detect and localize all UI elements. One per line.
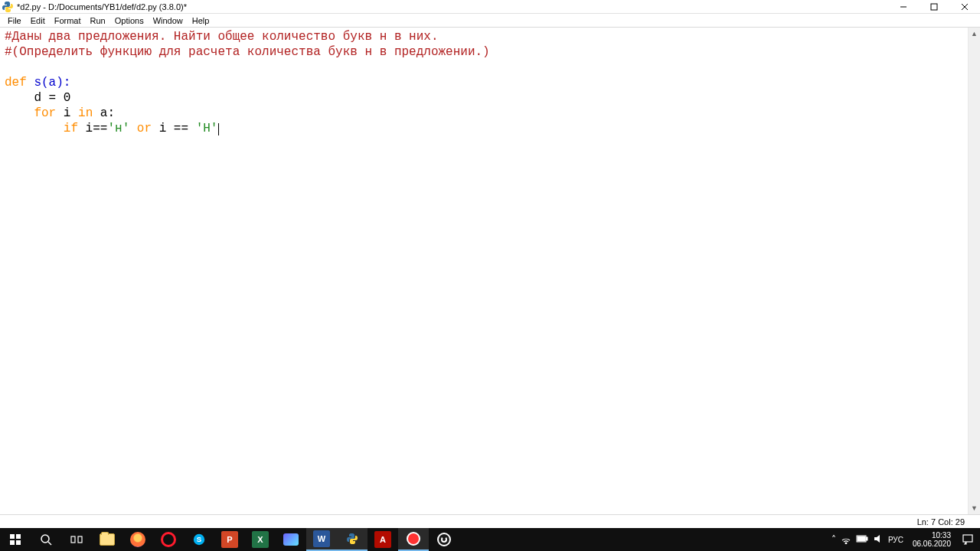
folder-icon	[100, 533, 115, 546]
taskbar-app-word[interactable]: W	[306, 528, 337, 551]
input-language[interactable]: РУС	[888, 536, 903, 544]
taskbar-app-acrobat[interactable]: A	[368, 528, 398, 551]
svg-rect-6	[71, 536, 75, 543]
menu-file[interactable]: File	[3, 14, 26, 27]
python-icon	[345, 531, 360, 546]
idle-app-icon	[2, 1, 14, 13]
taskbar-app-opera[interactable]	[153, 528, 184, 551]
taskbar-app-excel[interactable]: X	[245, 528, 276, 551]
powerpoint-icon: P	[221, 531, 238, 548]
taskbar-app-obs[interactable]	[429, 528, 459, 551]
taskbar-app-firefox[interactable]	[122, 528, 153, 551]
taskbar-app-powerpoint[interactable]: P	[214, 528, 245, 551]
svg-rect-2	[16, 534, 21, 539]
code-line-1: #Даны два предложения. Найти общее колич…	[5, 30, 439, 44]
taskbar-app-idle[interactable]	[337, 528, 368, 551]
paint-icon	[283, 533, 299, 546]
action-center-button[interactable]	[956, 528, 980, 551]
excel-icon: X	[252, 531, 269, 548]
code-line-2: #(Определить функцию для расчета количес…	[5, 45, 490, 59]
menu-window[interactable]: Window	[149, 14, 188, 27]
obs-icon	[437, 533, 451, 546]
vertical-scrollbar[interactable]: ▲ ▼	[968, 28, 980, 514]
chevron-up-icon[interactable]: ˄	[831, 534, 836, 545]
maximize-button[interactable]	[919, 0, 949, 14]
taskbar-app-paint[interactable]	[276, 528, 306, 551]
svg-rect-7	[78, 536, 82, 543]
window-title: *d2.py - D:/Documents/YB1/def/d2.py (3.8…	[17, 2, 187, 11]
opera-icon	[161, 532, 176, 547]
start-button[interactable]	[0, 528, 31, 551]
scroll-down-icon[interactable]: ▼	[969, 502, 981, 514]
acrobat-icon: A	[374, 531, 391, 548]
clock-time: 10:33	[932, 531, 951, 540]
menu-run[interactable]: Run	[86, 14, 110, 27]
svg-point-10	[845, 543, 847, 544]
search-button[interactable]	[31, 528, 61, 551]
scroll-up-icon[interactable]: ▲	[969, 28, 981, 40]
titlebar: *d2.py - D:/Documents/YB1/def/d2.py (3.8…	[0, 0, 980, 14]
skype-icon: S	[193, 533, 205, 546]
record-icon	[407, 532, 420, 546]
close-button[interactable]	[949, 0, 980, 14]
system-tray[interactable]: ˄ РУС	[827, 528, 908, 551]
taskbar-app-skype[interactable]: S	[184, 528, 214, 551]
firefox-icon	[130, 532, 145, 547]
svg-text:S: S	[197, 535, 202, 543]
statusbar: Ln: 7 Col: 29	[0, 514, 980, 528]
svg-rect-13	[858, 536, 865, 541]
svg-rect-1	[10, 534, 15, 539]
volume-icon[interactable]	[873, 533, 884, 546]
taskbar-app-recorder[interactable]	[398, 528, 429, 551]
menubar: File Edit Format Run Options Window Help	[0, 14, 980, 28]
svg-rect-12	[866, 537, 867, 540]
minimize-button[interactable]	[888, 0, 919, 14]
battery-icon[interactable]	[856, 534, 868, 545]
word-icon: W	[313, 530, 330, 547]
taskbar-app-explorer[interactable]	[92, 528, 122, 551]
clock-date: 06.06.2020	[913, 540, 951, 548]
menu-help[interactable]: Help	[188, 14, 214, 27]
svg-rect-0	[931, 4, 937, 10]
task-view-button[interactable]	[61, 528, 92, 551]
svg-point-5	[41, 535, 49, 543]
svg-rect-4	[16, 540, 21, 545]
menu-options[interactable]: Options	[110, 14, 149, 27]
text-cursor	[218, 123, 219, 135]
menu-edit[interactable]: Edit	[26, 14, 50, 27]
menu-format[interactable]: Format	[50, 14, 86, 27]
code-content[interactable]: #Даны два предложения. Найти общее колич…	[5, 29, 963, 136]
taskbar-clock[interactable]: 10:33 06.06.2020	[908, 528, 956, 551]
taskbar: S P X W A ˄	[0, 528, 980, 551]
network-icon[interactable]	[841, 533, 851, 546]
editor-area[interactable]: #Даны два предложения. Найти общее колич…	[0, 28, 980, 514]
cursor-position: Ln: 7 Col: 29	[917, 517, 965, 527]
svg-rect-14	[963, 535, 972, 542]
svg-rect-3	[10, 540, 15, 545]
